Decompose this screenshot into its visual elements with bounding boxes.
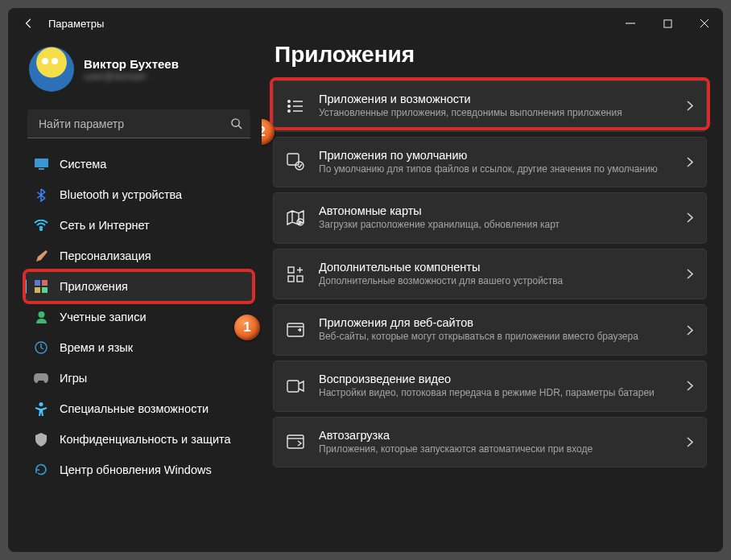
sidebar-item-time[interactable]: Время и язык (24, 333, 254, 362)
search-icon (230, 117, 242, 130)
sidebar-item-label: Сеть и Интернет (60, 219, 150, 232)
sidebar-item-label: Bluetooth и устройства (60, 188, 182, 201)
card-title: Воспроизведение видео (319, 373, 674, 385)
svg-point-10 (38, 311, 44, 318)
sidebar-item-label: Конфиденциальность и защита (60, 433, 231, 446)
card-title: Автозагрузка (319, 429, 674, 442)
shield-icon (34, 432, 48, 447)
svg-point-15 (288, 110, 290, 112)
search-input[interactable] (37, 117, 230, 131)
chevron-right-icon (687, 381, 693, 391)
accessibility-icon (34, 401, 48, 416)
profile-email: user@domain (84, 71, 179, 82)
chevron-right-icon (687, 269, 693, 279)
card-desc: Приложения, которые запускаются автомати… (319, 443, 674, 456)
update-icon (34, 463, 48, 477)
maximize-button[interactable] (649, 8, 686, 39)
person-icon (34, 310, 48, 324)
apps-icon (34, 279, 48, 294)
window-link-icon (285, 319, 306, 340)
profile-name: Виктор Бухтеев (84, 57, 179, 71)
card-desc: Дополнительные возможности для вашего ус… (319, 275, 674, 288)
sidebar-item-label: Персонализация (60, 249, 151, 262)
sidebar-item-accounts[interactable]: Учетные записи (24, 303, 254, 331)
list-icon (285, 96, 306, 117)
gamepad-icon (34, 371, 48, 385)
clock-globe-icon (34, 340, 48, 355)
sidebar-item-personalization[interactable]: Персонализация (24, 241, 254, 270)
card-desc: Настройки видео, потоковая передача в ре… (319, 387, 674, 400)
card-wrapper-0: Приложения и возможности Установленные п… (273, 80, 707, 132)
card-desc: Загрузки расположение хранилища, обновле… (319, 219, 674, 232)
svg-rect-1 (663, 19, 671, 27)
settings-window: Параметры Виктор Бухтеев user@domain (8, 8, 723, 552)
sidebar-item-accessibility[interactable]: Специальные возможности (24, 394, 254, 423)
card-desc: По умолчанию для типов файлов и ссылок, … (319, 163, 674, 176)
wifi-icon (34, 218, 48, 233)
sidebar-item-label: Игры (60, 372, 87, 385)
sidebar-item-update[interactable]: Центр обновления Windows (24, 455, 254, 484)
main-content: Приложения Приложения и возможности Уста… (262, 39, 723, 552)
svg-point-12 (39, 402, 43, 406)
svg-rect-8 (35, 287, 40, 293)
annotation-highlight-1 (23, 269, 255, 304)
chevron-right-icon (687, 212, 693, 223)
sidebar-item-network[interactable]: Сеть и Интернет (24, 211, 254, 240)
sidebar-item-label: Центр обновления Windows (60, 463, 212, 476)
svg-rect-24 (287, 435, 304, 448)
card-title: Автономные карты (319, 204, 674, 217)
sidebar-item-gaming[interactable]: Игры (24, 364, 254, 393)
card-website-apps[interactable]: Приложения для веб-сайтов Веб-сайты, кот… (273, 304, 707, 356)
sidebar-item-privacy[interactable]: Конфиденциальность и защита (24, 425, 254, 454)
chevron-right-icon (687, 101, 693, 111)
sidebar-item-system[interactable]: Система (24, 150, 254, 179)
card-apps-features[interactable]: Приложения и возможности Установленные п… (273, 80, 707, 132)
svg-point-5 (40, 229, 42, 230)
svg-point-13 (288, 101, 290, 102)
svg-rect-21 (297, 276, 303, 282)
paintbrush-icon (34, 249, 48, 263)
monitor-icon (34, 157, 48, 171)
sidebar: Виктор Бухтеев user@domain Система (8, 39, 262, 552)
sidebar-item-label: Время и язык (60, 341, 133, 354)
card-default-apps[interactable]: Приложения по умолчанию По умолчанию для… (273, 137, 707, 188)
profile-block[interactable]: Виктор Бухтеев user@domain (24, 43, 254, 103)
page-title: Приложения (275, 42, 707, 68)
card-startup[interactable]: Автозагрузка Приложения, которые запуска… (273, 417, 707, 468)
search-box[interactable] (27, 109, 250, 138)
sidebar-item-label: Учетные записи (60, 311, 147, 323)
card-optional-features[interactable]: Дополнительные компоненты Дополнительные… (273, 249, 707, 300)
titlebar: Параметры (8, 8, 723, 39)
close-button[interactable] (686, 8, 723, 39)
sidebar-item-bluetooth[interactable]: Bluetooth и устройства (24, 180, 254, 209)
card-desc: Веб-сайты, которые могут открываться в п… (319, 331, 674, 344)
card-video-playback[interactable]: Воспроизведение видео Настройки видео, п… (273, 360, 707, 412)
card-offline-maps[interactable]: Автономные карты Загрузки расположение х… (273, 192, 707, 244)
nav-list: Система Bluetooth и устройства Сеть и Ин… (24, 150, 254, 484)
bluetooth-icon (34, 187, 48, 202)
svg-rect-6 (35, 280, 40, 286)
sidebar-item-label: Приложения (60, 280, 128, 293)
svg-rect-19 (288, 267, 294, 273)
card-title: Приложения и возможности (319, 93, 674, 105)
back-button[interactable] (18, 12, 40, 35)
avatar (29, 47, 74, 92)
svg-point-2 (232, 119, 239, 126)
svg-rect-3 (35, 159, 48, 167)
default-app-icon (285, 151, 306, 172)
minimize-button[interactable] (612, 8, 649, 39)
sidebar-item-apps[interactable]: Приложения (24, 272, 254, 301)
sidebar-item-label: Система (60, 158, 106, 171)
annotation-badge-1: 1 (234, 315, 260, 340)
video-icon (285, 376, 306, 397)
svg-point-17 (295, 162, 304, 170)
grid-plus-icon (285, 264, 306, 285)
chevron-right-icon (687, 325, 693, 336)
sidebar-item-label: Специальные возможности (60, 402, 209, 415)
svg-rect-20 (288, 276, 294, 282)
card-title: Приложения по умолчанию (319, 149, 674, 162)
startup-icon (285, 431, 306, 452)
svg-point-14 (288, 105, 290, 107)
chevron-right-icon (687, 157, 693, 167)
card-desc: Установленные приложения, псевдонимы вып… (319, 107, 674, 120)
